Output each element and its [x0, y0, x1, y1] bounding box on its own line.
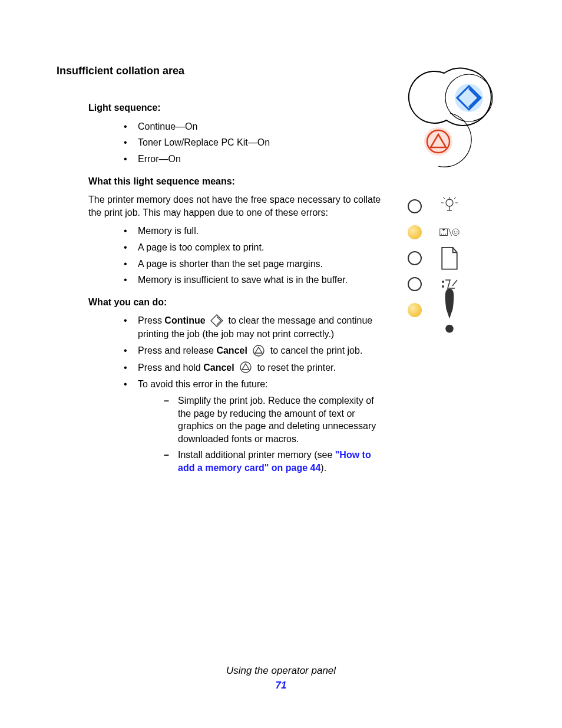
status-row-ready — [403, 193, 497, 219]
light-sequence-heading: Light sequence: — [88, 101, 386, 114]
text: to cancel the print job. — [270, 345, 363, 355]
page-footer: Using the operator panel 71 — [0, 664, 562, 693]
list-item: Press Continue to clear the message and … — [120, 314, 386, 340]
text: Press and hold — [138, 363, 203, 373]
ready-light-icon — [439, 196, 459, 216]
text: Press and release — [138, 345, 216, 355]
page-number: 71 — [0, 679, 562, 693]
panel-buttons-svg — [403, 64, 497, 182]
cancel-label: Cancel — [203, 363, 234, 373]
list-item: Press and hold Cancel to reset the print… — [120, 361, 386, 375]
svg-point-18 — [452, 229, 459, 235]
list-item: Continue—On — [120, 120, 386, 133]
svg-point-6 — [446, 199, 453, 206]
status-row-error — [403, 297, 497, 323]
list-item: Press and release Cancel to cancel the p… — [120, 344, 386, 358]
means-paragraph: The printer memory does not have the fre… — [88, 193, 386, 219]
list-item: Simplify the print job. Reduce the compl… — [161, 394, 386, 445]
operator-panel-illustration — [403, 64, 497, 323]
list-item: Memory is full. — [120, 225, 386, 238]
status-led — [408, 277, 422, 291]
list-item: Memory is insufficient to save what is i… — [120, 274, 386, 286]
text: ). — [320, 463, 326, 473]
text: To avoid this error in the future: — [138, 379, 268, 389]
list-item: Toner Low/Replace PC Kit—On — [120, 136, 386, 149]
list-item: A page is shorter than the set page marg… — [120, 258, 386, 271]
list-item: Install additional printer memory (see "… — [161, 449, 386, 474]
footer-text: Using the operator panel — [0, 664, 562, 678]
what-do-heading: What you can do: — [88, 296, 386, 309]
status-led — [408, 303, 422, 317]
means-list: Memory is full. A page is too complex to… — [120, 225, 386, 286]
svg-point-23 — [457, 233, 457, 233]
svg-point-21 — [455, 233, 456, 233]
svg-line-12 — [454, 197, 456, 199]
svg-point-16 — [445, 234, 446, 235]
means-heading: What this light sequence means: — [88, 175, 386, 188]
error-icon — [439, 300, 459, 320]
cancel-button — [424, 127, 452, 156]
list-item: Error—On — [120, 153, 386, 166]
status-led — [408, 251, 422, 265]
svg-point-19 — [454, 231, 455, 232]
sub-list: Simplify the print job. Reduce the compl… — [161, 394, 386, 475]
continue-icon — [210, 314, 223, 327]
status-led — [408, 225, 422, 239]
toner-low-icon — [439, 222, 459, 242]
what-do-list: Press Continue to clear the message and … — [120, 314, 386, 474]
light-sequence-list: Continue—On Toner Low/Replace PC Kit—On … — [120, 120, 386, 166]
cancel-label: Cancel — [216, 345, 247, 355]
status-row-toner — [403, 219, 497, 245]
svg-point-4 — [424, 127, 452, 156]
continue-button — [455, 84, 483, 112]
svg-point-20 — [457, 231, 457, 232]
status-row-paper — [403, 245, 497, 271]
svg-point-15 — [443, 234, 444, 235]
status-light-list — [403, 193, 497, 323]
cancel-icon — [252, 344, 265, 357]
svg-point-22 — [454, 233, 455, 233]
svg-line-11 — [443, 197, 445, 199]
svg-point-24 — [442, 281, 444, 283]
list-item: To avoid this error in the future: Simpl… — [120, 378, 386, 474]
list-item: A page is too complex to print. — [120, 241, 386, 254]
svg-point-26 — [445, 324, 454, 332]
cancel-icon — [239, 361, 252, 374]
continue-label: Continue — [164, 315, 205, 325]
text: to reset the printer. — [257, 363, 336, 373]
svg-point-14 — [441, 234, 442, 235]
text: Install additional printer memory (see — [178, 450, 335, 460]
svg-line-17 — [449, 229, 452, 236]
load-paper-icon — [439, 248, 459, 268]
content-area: Light sequence: Continue—On Toner Low/Re… — [57, 101, 386, 474]
text: Press — [138, 315, 164, 325]
status-led — [408, 199, 422, 213]
